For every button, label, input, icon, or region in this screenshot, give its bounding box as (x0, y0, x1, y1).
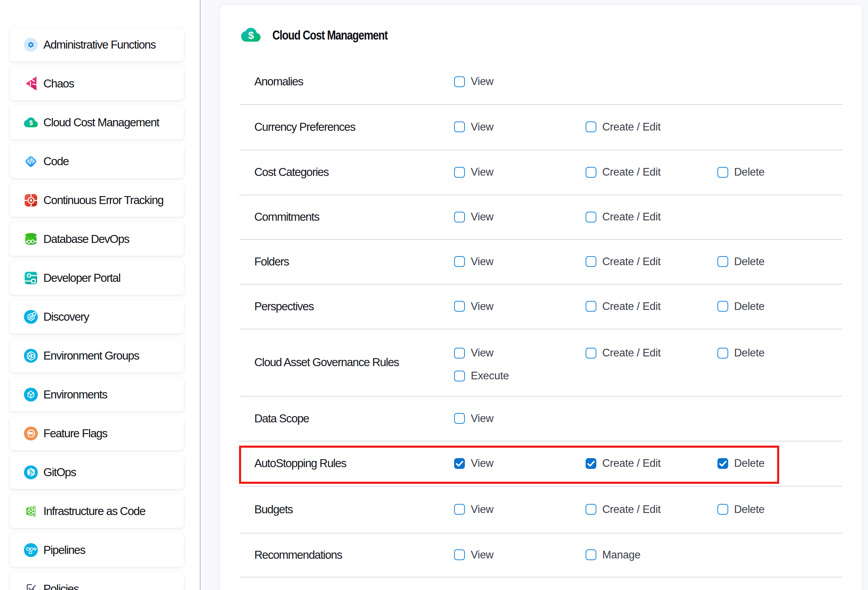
permission-delete: Delete (717, 166, 765, 178)
target-icon (24, 192, 38, 208)
checkbox-unchecked[interactable] (717, 504, 728, 515)
module-label: Infrastructure as Code (43, 505, 145, 517)
permission-label: View (471, 256, 493, 268)
checkbox-unchecked[interactable] (586, 504, 596, 515)
permission-label: View (471, 75, 493, 88)
sidebar-item-policies[interactable]: Policies (10, 572, 184, 590)
checkbox-unchecked[interactable] (454, 212, 465, 222)
sidebar-item-continuous-error-tracking[interactable]: Continuous Error Tracking (10, 183, 184, 217)
permission-label: Create / Edit (602, 211, 661, 223)
module-label: Chaos (43, 78, 74, 89)
sidebar-item-discovery[interactable]: Discovery (10, 300, 184, 334)
checkbox-unchecked[interactable] (454, 167, 465, 178)
permission-label: Create / Edit (602, 121, 661, 133)
row-divider (239, 533, 842, 534)
svg-text:$: $ (248, 30, 254, 41)
checkbox-unchecked[interactable] (717, 348, 728, 358)
permission-label: View (471, 300, 493, 313)
sidebar-item-administrative-functions[interactable]: Administrative Functions (10, 28, 184, 61)
sidebar-divider (200, 0, 201, 590)
module-label: Database DevOps (43, 233, 129, 245)
permission-view: View (454, 412, 493, 425)
row-divider (239, 577, 842, 578)
sidebar-item-chaos[interactable]: Chaos (10, 67, 184, 100)
checkbox-checked[interactable] (717, 458, 728, 469)
checkbox-unchecked[interactable] (586, 256, 596, 267)
checkbox-unchecked[interactable] (454, 301, 465, 312)
module-label: Administrative Functions (43, 39, 155, 50)
checkbox-unchecked[interactable] (586, 121, 596, 132)
permission-label: View (471, 412, 493, 425)
permission-create-edit: Create / Edit (586, 300, 661, 313)
module-label: Continuous Error Tracking (43, 194, 163, 206)
permission-row-currency-preferences: Currency PreferencesViewCreate / Edit (220, 104, 862, 149)
resource-label: Cloud Asset Governance Rules (254, 356, 399, 369)
sidebar-item-infrastructure-as-code[interactable]: Infrastructure as Code (10, 494, 184, 528)
module-label: Code (43, 155, 69, 167)
checkbox-unchecked[interactable] (454, 256, 465, 267)
permission-label: Create / Edit (602, 256, 661, 268)
permission-view: View (454, 549, 493, 561)
resource-label: Anomalies (254, 75, 303, 88)
sidebar-item-pipelines[interactable]: Pipelines (10, 533, 184, 567)
permission-create-edit: Create / Edit (586, 457, 661, 470)
checkbox-unchecked[interactable] (454, 371, 465, 382)
sidebar-item-feature-flags[interactable]: Feature Flags (10, 417, 184, 450)
checkbox-unchecked[interactable] (717, 167, 728, 178)
checkbox-unchecked[interactable] (454, 348, 465, 358)
sidebar-item-gitops[interactable]: GitOps (10, 455, 184, 489)
svg-text:$: $ (29, 119, 33, 126)
row-divider (239, 329, 842, 329)
permission-view: View (454, 347, 493, 359)
module-label: Feature Flags (43, 427, 107, 439)
sidebar-item-developer-portal[interactable]: Developer Portal (10, 261, 184, 295)
checkbox-checked[interactable] (586, 458, 596, 469)
sidebar-item-cloud-cost-management[interactable]: $Cloud Cost Management (10, 105, 184, 139)
permission-label: Delete (734, 347, 765, 359)
permission-execute: Execute (454, 370, 509, 382)
resource-label: Cost Categories (254, 166, 329, 179)
cube-icon (24, 387, 38, 402)
checkbox-unchecked[interactable] (454, 76, 465, 87)
panel-title: Cloud Cost Management (272, 28, 388, 43)
resource-label: Data Scope (254, 412, 309, 425)
checkbox-unchecked[interactable] (717, 256, 728, 267)
permission-view: View (454, 211, 493, 223)
checkbox-unchecked[interactable] (454, 549, 465, 560)
resource-label: Commitments (254, 210, 319, 223)
permission-label: Create / Edit (602, 347, 661, 359)
checkbox-unchecked[interactable] (586, 549, 596, 560)
checkbox-unchecked[interactable] (454, 504, 465, 515)
checkbox-unchecked[interactable] (454, 413, 465, 424)
module-label: Discovery (43, 311, 89, 322)
permission-create-edit: Create / Edit (586, 347, 661, 359)
permission-label: Create / Edit (602, 503, 661, 516)
sidebar-item-environments[interactable]: Environments (10, 378, 184, 411)
checkbox-unchecked[interactable] (586, 301, 596, 312)
sidebar-item-code[interactable]: Code (10, 144, 184, 178)
git-branch-icon (24, 465, 38, 480)
policy-check-icon (24, 581, 38, 590)
permission-view: View (454, 166, 493, 178)
checkbox-unchecked[interactable] (717, 301, 728, 312)
permission-row-cost-categories: Cost CategoriesViewCreate / EditDelete (220, 149, 862, 195)
permission-view: View (454, 121, 493, 133)
permission-row-autostopping-rules: AutoStopping RulesViewCreate / EditDelet… (220, 441, 862, 486)
permission-label: View (471, 503, 493, 516)
sidebar-item-database-devops[interactable]: Database DevOps (10, 222, 184, 256)
checkbox-unchecked[interactable] (586, 348, 596, 358)
checkbox-unchecked[interactable] (454, 121, 465, 132)
sidebar-item-environment-groups[interactable]: Environment Groups (10, 339, 184, 373)
checkbox-unchecked[interactable] (586, 167, 596, 178)
permission-delete: Delete (717, 457, 765, 470)
permission-view: View (454, 300, 493, 313)
checkbox-checked[interactable] (454, 458, 465, 469)
permission-delete: Delete (717, 503, 765, 516)
modules-sidebar: Administrative FunctionsChaos$Cloud Cost… (0, 0, 200, 590)
resource-label: Recommendations (254, 549, 342, 562)
checkbox-unchecked[interactable] (586, 212, 596, 222)
row-divider (239, 149, 842, 150)
panel-header: $ Cloud Cost Management (241, 28, 408, 42)
permission-label: Delete (734, 457, 765, 470)
permission-label: Create / Edit (602, 300, 661, 313)
